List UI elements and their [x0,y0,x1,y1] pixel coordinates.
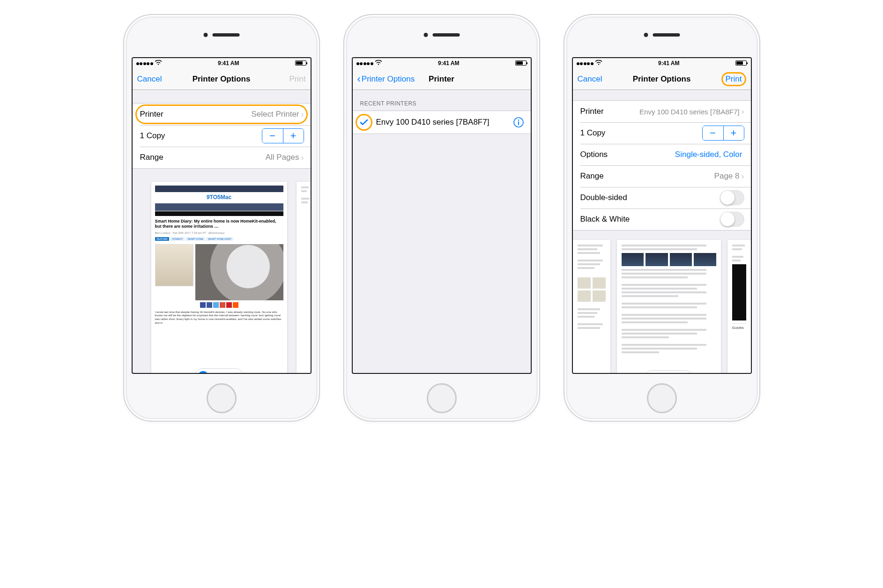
copies-stepper[interactable]: − + [702,126,744,141]
printer-value: Envy 100 D410 series [7BA8F7] [639,108,739,116]
info-icon[interactable] [513,117,524,128]
check-icon [198,371,208,373]
nav-title: Printer Options [193,74,251,84]
chevron-right-icon: › [301,110,304,119]
page-thumbnail[interactable]: 9TO5Mac Smart Home Diary: My entire home… [151,182,287,373]
nav-bar: Cancel Printer Options Print [573,68,751,90]
nav-title: Printer [429,74,454,84]
signal-icon [356,60,374,67]
page-thumbnail-next[interactable]: Guides [727,240,751,373]
wifi-icon [155,60,162,67]
status-time: 9:41 AM [658,60,680,67]
battery-icon [735,60,747,66]
nav-title: Printer Options [633,74,691,84]
chevron-left-icon: ‹ [357,73,361,85]
range-label: Range [580,171,604,181]
print-button[interactable]: Print [721,72,746,86]
article-brand: 9TO5Mac [155,194,283,201]
stepper-plus-button[interactable]: + [283,129,304,143]
chevron-right-icon: › [301,153,304,163]
page-label: Page 1 [212,372,236,373]
copies-stepper[interactable]: − + [262,128,304,143]
article-headline: Smart Home Diary: My entire home is now … [155,219,283,230]
status-time: 9:41 AM [438,60,460,67]
preview-area[interactable]: 9TO5Mac Smart Home Diary: My entire home… [133,169,311,373]
print-button: Print [289,74,306,84]
printer-row[interactable]: Printer Envy 100 D410 series [7BA8F7] › [573,101,751,122]
page-selector[interactable]: Page 8 [644,370,693,373]
cancel-button[interactable]: Cancel [578,74,602,84]
range-row[interactable]: Range Page 8 › [573,165,751,187]
printer-row[interactable]: Printer Select Printer › [133,104,311,125]
printer-name: Envy 100 D410 series [7BA8F7] [376,118,506,127]
printer-label: Printer [140,110,163,119]
article-tags: FEATUREHOMEKITSMART HOMESMART HOME DIARY [155,237,283,241]
phone-1: 9:41 AM Cancel Printer Options Print Pri… [123,14,320,422]
double-sided-label: Double-sided [580,193,627,202]
recent-printers-header: RECENT PRINTERS [353,90,531,111]
battery-icon [515,60,527,66]
page-selector[interactable]: Page 1 [194,368,244,373]
options-label: Options [580,150,608,159]
options-row[interactable]: Options Single-sided, Color [573,144,751,165]
printer-list-item[interactable]: Envy 100 D410 series [7BA8F7] [353,111,531,134]
nav-bar: Cancel Printer Options Print [133,68,311,90]
copies-label: 1 Copy [580,128,606,138]
copies-row: 1 Copy − + [133,125,311,147]
bw-toggle[interactable] [720,212,744,227]
stepper-minus-button[interactable]: − [703,126,723,140]
svg-rect-2 [518,121,519,125]
printer-label: Printer [580,107,604,116]
status-bar: 9:41 AM [133,58,311,68]
stepper-minus-button[interactable]: − [262,129,283,143]
svg-point-1 [518,119,519,121]
page-thumbnail-prev[interactable] [573,240,610,373]
stepper-plus-button[interactable]: + [723,126,744,140]
bw-row: Black & White [573,208,751,230]
phone-2: 9:41 AM ‹ Printer Options Printer RECENT… [343,14,540,422]
printer-value: Select Printer [251,110,299,119]
cancel-button[interactable]: Cancel [137,74,162,84]
double-sided-row: Double-sided [573,187,751,208]
status-bar: 9:41 AM [353,58,531,68]
page-thumbnail-next[interactable] [297,182,311,373]
status-time: 9:41 AM [218,60,239,67]
status-bar: 9:41 AM [573,58,751,68]
chevron-right-icon: › [742,171,744,181]
double-sided-toggle[interactable] [720,190,744,205]
back-button[interactable]: ‹ Printer Options [357,73,415,85]
range-value: All Pages [266,153,299,162]
bw-label: Black & White [580,215,630,224]
nav-bar: ‹ Printer Options Printer [353,68,531,90]
range-label: Range [140,153,163,162]
signal-icon [577,60,594,67]
range-row[interactable]: Range All Pages › [133,147,311,168]
copies-label: 1 Copy [140,131,165,141]
battery-icon [295,60,306,66]
phone-3: 9:41 AM Cancel Printer Options Print Pri… [564,14,760,422]
copies-row: 1 Copy − + [573,122,751,144]
home-button[interactable] [647,383,677,413]
signal-icon [136,60,154,67]
home-button[interactable] [207,383,237,413]
home-button[interactable] [427,383,457,413]
chevron-right-icon: › [742,107,744,117]
wifi-icon [375,60,382,67]
selected-check-icon [358,117,370,128]
wifi-icon [595,60,602,67]
options-value: Single-sided, Color [675,150,742,159]
page-thumbnail[interactable]: Page 8 [617,240,721,373]
range-value: Page 8 [714,171,740,181]
preview-area[interactable]: Page 8 Guides [573,231,751,373]
